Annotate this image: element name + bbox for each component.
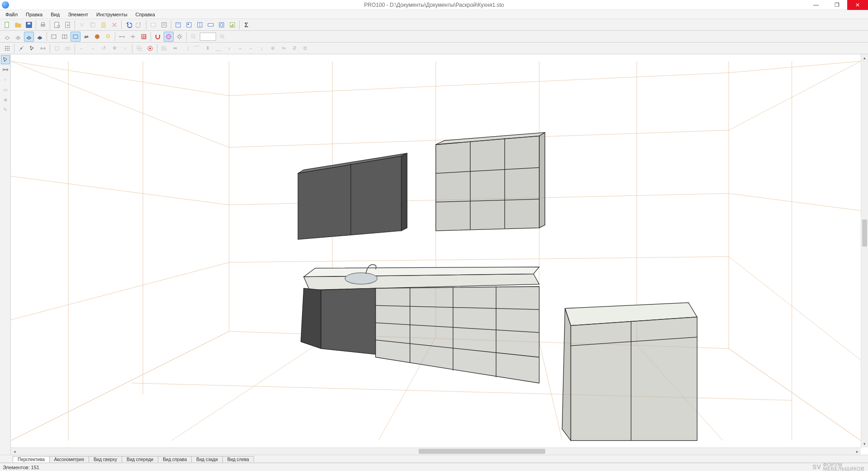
page-setup-icon[interactable] <box>52 20 62 30</box>
view-hidden-icon[interactable] <box>13 32 23 42</box>
align-2-icon[interactable] <box>63 43 73 53</box>
report-5-icon[interactable] <box>217 20 226 30</box>
move-icon[interactable]: ✥ <box>109 43 119 53</box>
zoom-in-icon[interactable] <box>217 32 227 42</box>
view-wire-icon[interactable] <box>2 32 12 42</box>
flip-h-icon[interactable]: ⇋ <box>278 43 288 53</box>
cut-icon[interactable] <box>77 20 87 30</box>
tab-front[interactable]: Вид спереди <box>122 456 158 462</box>
dimension-1-icon[interactable] <box>117 32 127 42</box>
horizontal-scrollbar[interactable]: ◂▸ <box>11 447 861 455</box>
distribute-v-icon[interactable]: ⫟ <box>235 43 245 53</box>
tool-4-icon[interactable]: ▭ <box>1 85 10 94</box>
spacing-h-icon[interactable]: ↔ <box>246 43 256 53</box>
measure-tool-icon[interactable] <box>1 65 10 74</box>
menu-view[interactable]: Вид <box>47 11 63 18</box>
align-right-icon[interactable] <box>181 43 191 53</box>
tool-6-icon[interactable]: ✎ <box>1 105 10 114</box>
viewport-3d[interactable] <box>11 54 861 447</box>
tab-top[interactable]: Вид сверху <box>89 456 122 462</box>
view-solid-icon[interactable] <box>24 32 34 42</box>
redo-icon[interactable] <box>134 20 144 30</box>
minimize-button[interactable]: — <box>806 0 826 10</box>
tab-axonometry[interactable]: Аксонометрия <box>49 456 89 462</box>
report-3-icon[interactable] <box>195 20 205 30</box>
zoom-out-icon[interactable] <box>189 32 198 42</box>
spacing-v-icon[interactable]: ↕ <box>257 43 267 53</box>
text-label-icon[interactable]: aa <box>81 32 91 42</box>
tool-5-icon[interactable]: ◈ <box>1 95 10 104</box>
menu-element[interactable]: Элемент <box>64 11 92 18</box>
report-1-icon[interactable] <box>173 20 183 30</box>
vertical-scrollbar[interactable]: ▴▾ <box>861 54 868 447</box>
align-center-h-icon[interactable]: ⬌ <box>170 43 180 53</box>
app-icon <box>2 1 9 9</box>
svg-rect-27 <box>52 35 56 38</box>
close-button[interactable]: ✕ <box>847 0 868 10</box>
grid-toggle-icon[interactable] <box>139 32 149 42</box>
report-6-icon[interactable] <box>227 20 237 30</box>
align-bottom-icon[interactable] <box>213 43 223 53</box>
menu-tools[interactable]: Инструменты <box>93 11 131 18</box>
rotate-ccw-icon[interactable]: ↺ <box>99 43 108 53</box>
mode-3-icon[interactable] <box>71 32 80 42</box>
arrow-left-icon[interactable]: ← <box>77 43 87 53</box>
mirror-icon[interactable]: ⧉ <box>300 43 310 53</box>
print-icon[interactable] <box>38 20 48 30</box>
group-icon[interactable] <box>134 43 144 53</box>
snap-edge-icon[interactable] <box>38 43 48 53</box>
align-left-icon[interactable] <box>159 43 169 53</box>
select-cursor-icon[interactable] <box>27 43 37 53</box>
align-middle-icon[interactable]: ⬍ <box>203 43 212 53</box>
view-textured-icon[interactable] <box>35 32 45 42</box>
menu-file[interactable]: Файл <box>2 11 21 18</box>
svg-marker-129 <box>571 317 697 441</box>
lights-icon[interactable] <box>103 32 113 42</box>
snap-magnet-icon[interactable] <box>153 32 163 42</box>
sum-icon[interactable]: Σ <box>241 20 251 30</box>
report-2-icon[interactable] <box>184 20 194 30</box>
menu-edit[interactable]: Правка <box>22 11 46 18</box>
pointer-tool-icon[interactable] <box>1 55 10 64</box>
maximize-button[interactable]: ❐ <box>826 0 847 10</box>
dimension-2-icon[interactable] <box>128 32 138 42</box>
snap-grid-icon[interactable] <box>2 43 12 53</box>
distribute-h-icon[interactable]: ⫞ <box>224 43 234 53</box>
snap-options-icon[interactable] <box>164 32 174 42</box>
arrow-up-icon[interactable]: ↑ <box>120 43 130 53</box>
settings-gear-icon[interactable] <box>175 32 184 42</box>
tab-right[interactable]: Вид справа <box>158 456 192 462</box>
copy-icon[interactable] <box>88 20 98 30</box>
mode-1-icon[interactable] <box>49 32 59 42</box>
module-icon[interactable] <box>148 20 158 30</box>
svg-rect-59 <box>137 46 140 49</box>
zoom-input[interactable] <box>200 33 216 41</box>
svg-line-93 <box>729 257 861 360</box>
tool-3-icon[interactable]: ▫ <box>1 75 10 84</box>
new-file-icon[interactable] <box>2 20 12 30</box>
align-1-icon[interactable] <box>52 43 62 53</box>
view-tabs: Перспектива Аксонометрия Вид сверху Вид … <box>0 455 868 463</box>
snap-vertex-icon[interactable] <box>16 43 26 53</box>
align-top-icon[interactable] <box>192 43 202 53</box>
tab-back[interactable]: Вид сзади <box>191 456 222 462</box>
undo-icon[interactable] <box>123 20 133 30</box>
svg-rect-2 <box>28 23 30 24</box>
tab-perspective[interactable]: Перспектива <box>13 456 50 462</box>
paste-icon[interactable] <box>99 20 108 30</box>
export-icon[interactable] <box>63 20 73 30</box>
mode-2-icon[interactable] <box>60 32 70 42</box>
tab-left[interactable]: Вид слева <box>222 456 254 462</box>
menu-help[interactable]: Справка <box>132 11 159 18</box>
report-4-icon[interactable] <box>206 20 216 30</box>
save-icon[interactable] <box>24 20 34 30</box>
arrow-right-icon[interactable]: → <box>88 43 98 53</box>
open-file-icon[interactable] <box>13 20 23 30</box>
svg-marker-111 <box>539 133 545 228</box>
center-icon[interactable]: ⊕ <box>268 43 278 53</box>
material-icon[interactable] <box>92 32 102 42</box>
target-icon[interactable] <box>145 43 155 53</box>
delete-icon[interactable] <box>109 20 119 30</box>
properties-icon[interactable] <box>159 20 169 30</box>
flip-v-icon[interactable]: ⇵ <box>289 43 299 53</box>
